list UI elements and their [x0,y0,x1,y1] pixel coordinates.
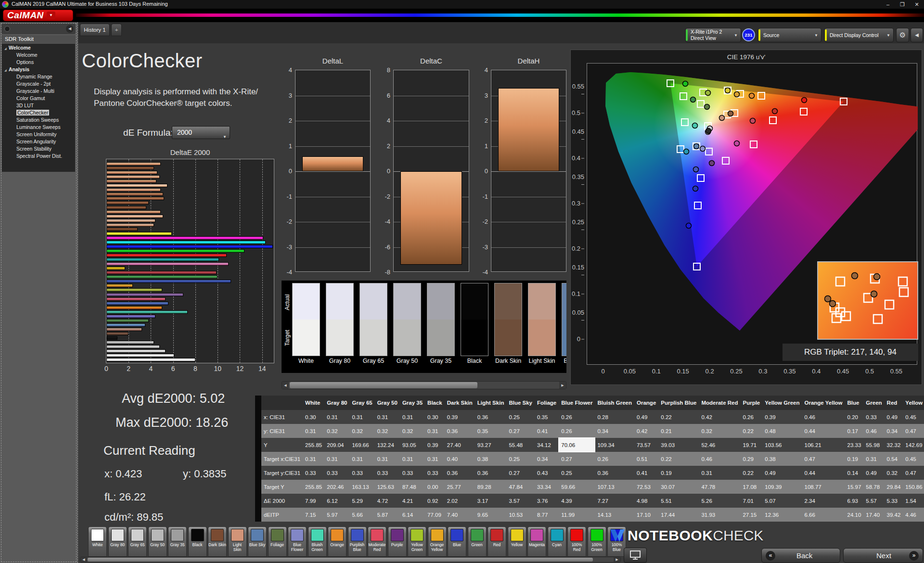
deltae-bar [106,162,161,166]
close-icon[interactable]: ✕ [910,0,924,9]
sidebar-item-screen-stability[interactable]: Screen Stability [2,146,75,152]
patch-button-bluish-green[interactable]: Bluish Green [308,526,327,557]
patch-button-gray-65[interactable]: Gray 65 [128,526,147,557]
rgb-triplet-readout: RGB Triplet: 217, 140, 94 [783,344,918,361]
source-dropdown[interactable]: Source ▼ [758,28,821,42]
patch-button-magenta[interactable]: Magenta [527,526,546,557]
scroll-left-icon[interactable]: ◀ [282,382,289,389]
table-cell: 0.34 [595,424,634,438]
swatch-gray-80 [326,283,354,356]
maximize-icon[interactable]: ❐ [895,0,910,9]
patch-button-gray-80[interactable]: Gray 80 [108,526,127,557]
sidebar-item-luminance-sweeps[interactable]: Luminance Sweeps [2,124,75,130]
scrollbar-thumb[interactable] [290,382,477,388]
inset-target-square-marker [836,277,845,286]
column-header: Yellow [903,396,924,410]
patch-button-100-red[interactable]: 100% Red [567,526,586,557]
measurement-count-badge[interactable]: 231 [742,28,755,41]
sidebar-item-label: Saturation Sweeps [16,117,59,123]
logo-menu-chevron-icon[interactable]: ▼ [47,12,55,19]
sidebar-item-3d-lut[interactable]: 3D LUT [2,102,75,109]
patch-button-dark-skin[interactable]: Dark Skin [208,526,227,557]
patch-color-chip [471,529,484,541]
patch-button-orange[interactable]: Orange [328,526,346,557]
sidebar-item-screen-uniformity[interactable]: Screen Uniformity [2,131,75,138]
minimize-icon[interactable]: – [881,0,895,9]
table-cell: 5.97 [324,508,349,522]
deltae-bar [106,345,160,348]
patch-color-chip [590,529,603,541]
sidebar-item-screen-angularity[interactable]: Screen Angularity [2,139,75,145]
sidebar-item-welcome[interactable]: ◢Welcome [2,45,75,51]
meter-dropdown[interactable]: X-Rite i1Pro 2 Direct View ▼ [685,28,741,42]
column-header: Purple [740,396,762,410]
calman-logo[interactable]: CalMAN ▼ [3,10,73,21]
patch-button-yellow-green[interactable]: Yellow Green [408,526,426,557]
patch-button-black[interactable]: Black [188,526,207,557]
sidebar-item-colorchecker[interactable]: ColorChecker [2,110,75,116]
table-row: Target x:CIE310.310.310.310.310.310.310.… [261,452,924,466]
scroll-right-icon[interactable]: ▶ [559,382,566,389]
y-tick-label: -2 [280,218,292,225]
deltae-x-tick-label: 14 [258,365,266,372]
reading-y-value: y: 0.3835 [183,468,227,480]
patch-button-cyan[interactable]: Cyan [548,526,566,557]
swatch-strip-scrollbar[interactable]: ◀ ▶ [282,381,566,389]
sidebar-item-label: 3D LUT [16,102,34,108]
sidebar-item-dynamic-range[interactable]: Dynamic Range [2,74,75,80]
sidebar-item-grayscale-2pt[interactable]: Grayscale - 2pt [2,81,75,87]
patch-button-yellow[interactable]: Yellow [508,526,526,557]
page-description: Display analysis is performed with the X… [94,86,258,109]
patch-button-white[interactable]: White [88,526,107,557]
display-control-dropdown[interactable]: Direct Display Control ▼ [824,28,894,42]
tree-expand-icon[interactable]: ◢ [4,46,7,52]
sidebar-item-saturation-sweeps[interactable]: Saturation Sweeps [2,117,75,123]
sidebar-item-analysis[interactable]: ◢Analysis [2,66,75,73]
sidebar-item-welcome[interactable]: Welcome [2,52,75,58]
settings-button[interactable]: ⚙ [896,28,909,42]
patch-bar-scrollbar[interactable]: ◀ ▶ [80,557,621,563]
deltae-x-tick-label: 12 [236,365,244,372]
add-tab-button[interactable]: + [111,24,122,36]
patch-color-chip [551,529,564,541]
pattern-window-button[interactable] [624,548,647,563]
patch-button-orange-yellow[interactable]: Orange Yellow [428,526,447,557]
next-button[interactable]: Next » [843,548,923,563]
y-tick-label: 0 [475,167,488,175]
patch-button-100-green[interactable]: 100% Green [588,526,606,557]
scroll-right-icon[interactable]: ▶ [614,557,620,562]
patch-button-moderate-red[interactable]: Moderate Red [368,526,386,557]
tree-expand-icon[interactable]: ◢ [4,67,7,74]
table-cell: 47.78 [699,480,740,494]
patch-button-purple[interactable]: Purple [388,526,407,557]
patch-button-gray-50[interactable]: Gray 50 [148,526,167,557]
table-cell: 0.28 [595,410,634,424]
patch-button-light-skin[interactable]: Light Skin [228,526,247,557]
sidebar-collapse-button[interactable]: ◀ [66,25,74,33]
patch-button-gray-35[interactable]: Gray 35 [168,526,187,557]
collapse-panel-button[interactable]: ◀ [911,28,923,42]
patch-button-blue[interactable]: Blue [448,526,466,557]
patch-button-purplish-blue[interactable]: Purplish Blue [348,526,367,557]
tab-history-1[interactable]: History 1 [80,24,110,36]
scroll-left-icon[interactable]: ◀ [80,557,87,562]
target-square-marker [722,157,729,164]
sidebar-item-spectral-power-dist-[interactable]: Spectral Power Dist. [2,153,75,159]
patch-button-blue-flower[interactable]: Blue Flower [288,526,307,557]
sidebar-item-grayscale-multi[interactable]: Grayscale - Multi [2,88,75,94]
patch-button-foliage[interactable]: Foliage [268,526,287,557]
patch-button-red[interactable]: Red [488,526,506,557]
scrollbar-thumb[interactable] [88,558,593,562]
inset-target-square-marker [899,288,908,296]
patch-button-green[interactable]: Green [468,526,487,557]
sidebar-item-label: Screen Stability [16,146,51,152]
sidebar-item-color-gamut[interactable]: Color Gamut [2,95,75,102]
patch-button-blue-sky[interactable]: Blue Sky [248,526,267,557]
back-button[interactable]: « Back [761,548,840,563]
table-cell: 7.15 [303,508,324,522]
workflow-title[interactable]: SDR Toolkit [1,35,76,43]
de-formula-dropdown[interactable]: 2000 ▼ [172,126,230,139]
table-cell: 0.49 [762,466,802,480]
sidebar-item-options[interactable]: Options [2,59,75,65]
record-dot-icon[interactable] [4,26,10,32]
